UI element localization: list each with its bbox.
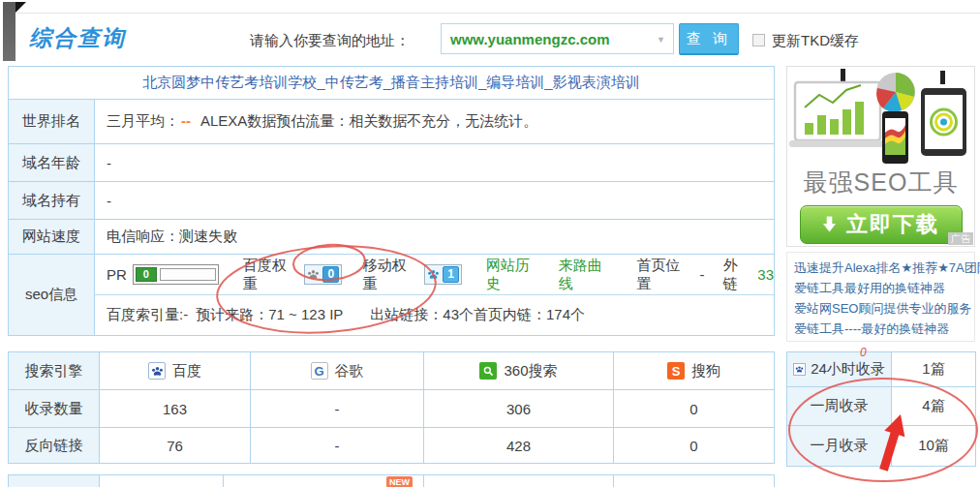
left-ribbon-decoration	[3, 2, 15, 61]
table-row: 域名持有 -	[9, 182, 775, 220]
ribbon-fold-triangle	[15, 2, 26, 13]
domain-age-label: 域名年龄	[9, 144, 95, 182]
paw-icon	[793, 363, 806, 376]
sogou-included: 0	[614, 390, 775, 428]
estimated-visits-text: 预计来路：71 ~ 123 IP	[196, 306, 343, 324]
sogou-backlinks: 0	[614, 428, 775, 464]
google-g-icon: G	[311, 362, 328, 380]
engine-360[interactable]: 360搜索	[424, 362, 613, 380]
download-button-label: 立即下载	[846, 210, 939, 239]
pagerank-bar: 0	[133, 264, 219, 285]
engines-table: 搜索引擎 百度 G谷歌 360搜索 S搜狗 收录数量 163 - 306 0 反…	[8, 351, 775, 464]
baidu-paw-icon	[148, 362, 166, 380]
baidu-weight-value: 0	[322, 266, 339, 283]
include-week-row: 一周收录 4篇	[787, 387, 976, 426]
sogou-s-icon: S	[667, 362, 685, 380]
outbound-links-text: 出站链接：43个首页内链：174个	[370, 306, 585, 324]
google-backlinks: -	[251, 428, 424, 464]
world-rank-prefix: 三月平均：	[107, 112, 179, 129]
paw-icon	[307, 268, 320, 281]
360-included: 306	[424, 390, 614, 428]
download-arrow-icon	[822, 216, 837, 233]
engine-name: 搜狗	[691, 362, 720, 380]
world-rank-suffix: ALEXA数据预估流量：相关数据不充分，无法统计。	[200, 112, 537, 129]
included-row: 收录数量 163 - 306 0	[9, 390, 775, 428]
engine-name: 百度	[172, 362, 201, 380]
360-backlinks: 428	[424, 428, 614, 464]
domain-holder-value: -	[95, 182, 775, 220]
seo-query-page: 综合查询 请输入你要查询的地址： www.yuanmengzc.com ▼ 查 …	[0, 0, 980, 487]
ad-tag: 广告	[948, 232, 973, 245]
pagerank-empty-bar	[160, 268, 216, 281]
site-title-row: 北京圆梦中传艺考培训学校_中传艺考_播音主持培训_编导培训_影视表演培训	[9, 67, 775, 100]
include-stats-table: 24小时收录 1篇 一周收录 4篇 一月收录 10篇	[786, 351, 976, 467]
included-row-label: 收录数量	[9, 390, 100, 428]
engine-name: 谷歌	[335, 362, 364, 380]
include-week-label: 一周收录	[787, 387, 892, 426]
mobile-weight-label: 移动权重	[362, 257, 418, 293]
query-button[interactable]: 查 询	[679, 23, 739, 55]
pr-label: PR	[107, 266, 127, 283]
table-row: 世界排名 三月平均：--ALEXA数据预估流量：相关数据不充分，无法统计。	[9, 100, 775, 144]
ad-title: 最强SEO工具	[787, 167, 974, 198]
include-24h-superscript: 0	[860, 346, 867, 359]
site-speed-value: 电信响应：测速失败	[95, 220, 775, 255]
traffic-curve-link[interactable]: 来路曲线	[559, 257, 615, 293]
update-tkd-label: 更新TKD缓存	[772, 32, 859, 50]
engine-sogou[interactable]: S搜狗	[614, 362, 774, 380]
address-value[interactable]: www.yuanmengzc.com	[450, 31, 609, 47]
360-magnifier-icon	[479, 362, 497, 380]
outlink-count-link[interactable]: 33	[757, 266, 774, 283]
download-now-button[interactable]: 立即下载	[800, 205, 963, 244]
table-row: 网站速度 电信响应：测速失败	[9, 220, 775, 255]
update-tkd-checkbox[interactable]	[752, 34, 765, 46]
include-month-row: 一月收录 10篇	[787, 426, 976, 467]
mobile-weight-value: 1	[443, 266, 459, 283]
sidebar-link-ailink1[interactable]: 爱链工具最好用的换链神器	[794, 278, 974, 298]
engine-baidu[interactable]: 百度	[100, 362, 250, 380]
sidebar-link-alexa[interactable]: 迅速提升Alexa排名★推荐★7A团队	[794, 258, 974, 278]
seo-info-row: seo信息 PR 0 百度权重 0 移动权重	[9, 255, 775, 336]
baidu-weight-badge[interactable]: 0	[304, 264, 342, 285]
page-title: 综合查询	[29, 23, 126, 53]
outlink-label: 外链	[723, 257, 751, 293]
engine-google[interactable]: G谷歌	[251, 362, 423, 380]
world-rank-value: 三月平均：--ALEXA数据预估流量：相关数据不充分，无法统计。	[95, 100, 775, 144]
dropdown-arrow-icon[interactable]: ▼	[657, 35, 665, 45]
engines-header-row: 搜索引擎 百度 G谷歌 360搜索 S搜狗	[9, 352, 775, 390]
domain-age-value: -	[95, 144, 775, 182]
seo-tool-ad[interactable]: 最强SEO工具 立即下载 广告	[786, 66, 975, 247]
seo-info-line2: 百度索引量:- 预计来路：71 ~ 123 IP 出站链接：43个首页内链：17…	[95, 295, 774, 335]
table-row: 域名年龄 -	[9, 144, 775, 182]
seo-info-label: seo信息	[9, 255, 95, 336]
header-divider	[16, 13, 980, 14]
sidebar-link-ailink2[interactable]: 爱链工具----最好的换链神器	[794, 319, 974, 339]
world-rank-dash: --	[181, 112, 191, 129]
world-rank-label: 世界排名	[9, 100, 95, 144]
overview-table: 北京圆梦中传艺考培训学校_中传艺考_播音主持培训_编导培训_影视表演培训 世界排…	[8, 66, 775, 336]
engine-name: 360搜索	[504, 362, 557, 380]
baidu-included: 163	[100, 390, 251, 428]
new-badge: NEW	[386, 476, 413, 487]
site-title-link[interactable]: 北京圆梦中传艺考培训学校_中传艺考_播音主持培训_编导培训_影视表演培训	[142, 74, 639, 90]
seo-tools-illustration	[787, 69, 974, 166]
include-24h-label: 24小时收录	[811, 360, 885, 379]
include-month-value: 10篇	[892, 426, 976, 467]
baidu-index-text: 百度索引量:-	[107, 306, 188, 324]
include-24h-row: 24小时收录 1篇	[787, 352, 976, 387]
seo-info-line1: PR 0 百度权重 0 移动权重 1	[95, 256, 774, 295]
site-speed-label: 网站速度	[9, 220, 95, 255]
site-history-link[interactable]: 网站历史	[486, 257, 542, 293]
paw-icon	[427, 268, 440, 281]
include-week-value: 4篇	[892, 387, 976, 426]
include-month-label: 一月收录	[787, 426, 892, 467]
homepage-position-label: 首页位置	[636, 257, 692, 293]
backlinks-row-label: 反向链接	[9, 428, 100, 464]
sidebar-link-aizhan[interactable]: 爱站网SEO顾问提供专业的服务	[794, 298, 974, 319]
address-input-label: 请输入你要查询的地址：	[250, 32, 410, 50]
engines-header-label: 搜索引擎	[9, 352, 100, 390]
address-input[interactable]: www.yuanmengzc.com ▼	[441, 23, 674, 54]
homepage-position-value: -	[700, 266, 705, 283]
pagerank-value: 0	[136, 267, 157, 282]
mobile-weight-badge[interactable]: 1	[424, 264, 462, 285]
